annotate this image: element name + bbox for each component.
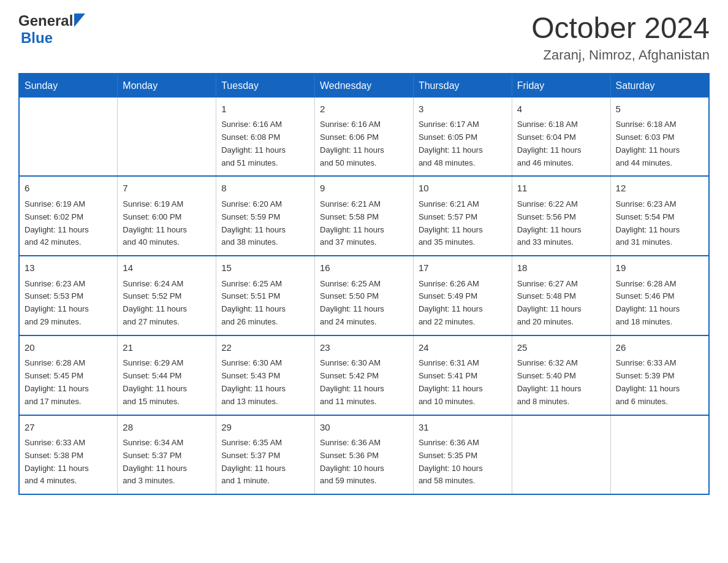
day-number: 24 [419, 341, 507, 355]
calendar-cell [19, 98, 118, 177]
calendar-cell [118, 98, 216, 177]
day-number: 19 [616, 261, 703, 275]
day-info: Sunrise: 6:25 AM Sunset: 5:50 PM Dayligh… [320, 278, 408, 329]
logo-general-text: General [18, 12, 73, 29]
day-number: 6 [25, 182, 112, 196]
calendar-cell: 14Sunrise: 6:24 AM Sunset: 5:52 PM Dayli… [118, 256, 216, 335]
day-number: 21 [123, 341, 211, 355]
day-info: Sunrise: 6:32 AM Sunset: 5:40 PM Dayligh… [517, 357, 605, 408]
calendar-cell: 13Sunrise: 6:23 AM Sunset: 5:53 PM Dayli… [19, 256, 118, 335]
calendar-cell: 24Sunrise: 6:31 AM Sunset: 5:41 PM Dayli… [413, 335, 512, 415]
svg-marker-0 [74, 13, 85, 27]
calendar-week-row: 20Sunrise: 6:28 AM Sunset: 5:45 PM Dayli… [19, 335, 709, 415]
day-number: 22 [221, 341, 309, 355]
calendar-cell: 6Sunrise: 6:19 AM Sunset: 6:02 PM Daylig… [19, 176, 118, 256]
day-number: 27 [25, 421, 112, 435]
day-info: Sunrise: 6:18 AM Sunset: 6:04 PM Dayligh… [517, 118, 605, 169]
calendar-cell: 5Sunrise: 6:18 AM Sunset: 6:03 PM Daylig… [610, 98, 709, 177]
calendar-cell: 8Sunrise: 6:20 AM Sunset: 5:59 PM Daylig… [216, 176, 315, 256]
calendar-cell: 25Sunrise: 6:32 AM Sunset: 5:40 PM Dayli… [512, 335, 610, 415]
day-number: 18 [517, 261, 605, 275]
calendar-cell: 22Sunrise: 6:30 AM Sunset: 5:43 PM Dayli… [216, 335, 315, 415]
day-number: 30 [320, 421, 408, 435]
day-info: Sunrise: 6:21 AM Sunset: 5:58 PM Dayligh… [320, 198, 408, 249]
calendar-cell: 17Sunrise: 6:26 AM Sunset: 5:49 PM Dayli… [413, 256, 512, 335]
day-info: Sunrise: 6:30 AM Sunset: 5:42 PM Dayligh… [320, 357, 408, 408]
calendar-cell: 23Sunrise: 6:30 AM Sunset: 5:42 PM Dayli… [315, 335, 414, 415]
calendar-cell: 12Sunrise: 6:23 AM Sunset: 5:54 PM Dayli… [610, 176, 709, 256]
day-info: Sunrise: 6:19 AM Sunset: 6:00 PM Dayligh… [123, 198, 211, 249]
day-info: Sunrise: 6:23 AM Sunset: 5:54 PM Dayligh… [616, 198, 703, 249]
day-number: 16 [320, 261, 408, 275]
day-number: 25 [517, 341, 605, 355]
day-number: 9 [320, 182, 408, 196]
day-info: Sunrise: 6:31 AM Sunset: 5:41 PM Dayligh… [419, 357, 507, 408]
day-number: 13 [25, 261, 112, 275]
weekday-header-monday: Monday [118, 74, 216, 98]
weekday-header-thursday: Thursday [413, 74, 512, 98]
calendar-cell: 29Sunrise: 6:35 AM Sunset: 5:37 PM Dayli… [216, 415, 315, 495]
day-info: Sunrise: 6:21 AM Sunset: 5:57 PM Dayligh… [419, 198, 507, 249]
month-title: October 2024 [531, 12, 710, 45]
day-number: 11 [517, 182, 605, 196]
day-info: Sunrise: 6:28 AM Sunset: 5:45 PM Dayligh… [25, 357, 112, 408]
calendar-cell: 2Sunrise: 6:16 AM Sunset: 6:06 PM Daylig… [315, 98, 414, 177]
calendar-cell: 31Sunrise: 6:36 AM Sunset: 5:35 PM Dayli… [413, 415, 512, 495]
calendar-cell: 3Sunrise: 6:17 AM Sunset: 6:05 PM Daylig… [413, 98, 512, 177]
day-number: 28 [123, 421, 211, 435]
day-number: 1 [221, 102, 309, 117]
day-number: 20 [25, 341, 112, 355]
day-number: 31 [419, 421, 507, 435]
day-info: Sunrise: 6:22 AM Sunset: 5:56 PM Dayligh… [517, 198, 605, 249]
weekday-header-wednesday: Wednesday [315, 74, 414, 98]
calendar-cell: 16Sunrise: 6:25 AM Sunset: 5:50 PM Dayli… [315, 256, 414, 335]
day-number: 5 [616, 102, 703, 117]
day-number: 17 [419, 261, 507, 275]
day-info: Sunrise: 6:23 AM Sunset: 5:53 PM Dayligh… [25, 278, 112, 329]
day-number: 4 [517, 102, 605, 117]
day-number: 14 [123, 261, 211, 275]
day-info: Sunrise: 6:28 AM Sunset: 5:46 PM Dayligh… [616, 278, 703, 329]
calendar-cell: 18Sunrise: 6:27 AM Sunset: 5:48 PM Dayli… [512, 256, 610, 335]
calendar-cell: 20Sunrise: 6:28 AM Sunset: 5:45 PM Dayli… [19, 335, 118, 415]
day-info: Sunrise: 6:36 AM Sunset: 5:36 PM Dayligh… [320, 437, 408, 488]
weekday-header-tuesday: Tuesday [216, 74, 315, 98]
day-info: Sunrise: 6:35 AM Sunset: 5:37 PM Dayligh… [221, 437, 309, 488]
day-number: 2 [320, 102, 408, 117]
day-number: 15 [221, 261, 309, 275]
calendar-cell: 10Sunrise: 6:21 AM Sunset: 5:57 PM Dayli… [413, 176, 512, 256]
calendar-week-row: 6Sunrise: 6:19 AM Sunset: 6:02 PM Daylig… [19, 176, 709, 256]
location-text: Zaranj, Nimroz, Afghanistan [531, 47, 710, 63]
day-info: Sunrise: 6:33 AM Sunset: 5:39 PM Dayligh… [616, 357, 703, 408]
calendar-cell [610, 415, 709, 495]
calendar-cell: 19Sunrise: 6:28 AM Sunset: 5:46 PM Dayli… [610, 256, 709, 335]
weekday-header-sunday: Sunday [19, 74, 118, 98]
weekday-header-friday: Friday [512, 74, 610, 98]
calendar-week-row: 1Sunrise: 6:16 AM Sunset: 6:08 PM Daylig… [19, 98, 709, 177]
weekday-header-row: SundayMondayTuesdayWednesdayThursdayFrid… [19, 74, 709, 98]
calendar-cell: 1Sunrise: 6:16 AM Sunset: 6:08 PM Daylig… [216, 98, 315, 177]
day-info: Sunrise: 6:26 AM Sunset: 5:49 PM Dayligh… [419, 278, 507, 329]
calendar-cell: 7Sunrise: 6:19 AM Sunset: 6:00 PM Daylig… [118, 176, 216, 256]
day-number: 29 [221, 421, 309, 435]
day-info: Sunrise: 6:36 AM Sunset: 5:35 PM Dayligh… [419, 437, 507, 488]
day-info: Sunrise: 6:34 AM Sunset: 5:37 PM Dayligh… [123, 437, 211, 488]
day-info: Sunrise: 6:17 AM Sunset: 6:05 PM Dayligh… [419, 118, 507, 169]
calendar-cell: 11Sunrise: 6:22 AM Sunset: 5:56 PM Dayli… [512, 176, 610, 256]
page-header: General Blue October 2024 Zaranj, Nimroz… [18, 12, 710, 63]
weekday-header-saturday: Saturday [610, 74, 709, 98]
logo: General Blue [18, 12, 85, 47]
day-info: Sunrise: 6:29 AM Sunset: 5:44 PM Dayligh… [123, 357, 211, 408]
day-number: 26 [616, 341, 703, 355]
calendar-week-row: 13Sunrise: 6:23 AM Sunset: 5:53 PM Dayli… [19, 256, 709, 335]
calendar-cell: 4Sunrise: 6:18 AM Sunset: 6:04 PM Daylig… [512, 98, 610, 177]
calendar-cell: 26Sunrise: 6:33 AM Sunset: 5:39 PM Dayli… [610, 335, 709, 415]
day-info: Sunrise: 6:19 AM Sunset: 6:02 PM Dayligh… [25, 198, 112, 249]
day-info: Sunrise: 6:25 AM Sunset: 5:51 PM Dayligh… [221, 278, 309, 329]
calendar-cell: 21Sunrise: 6:29 AM Sunset: 5:44 PM Dayli… [118, 335, 216, 415]
day-info: Sunrise: 6:30 AM Sunset: 5:43 PM Dayligh… [221, 357, 309, 408]
calendar-cell: 27Sunrise: 6:33 AM Sunset: 5:38 PM Dayli… [19, 415, 118, 495]
logo-triangle-icon [74, 13, 85, 27]
calendar-cell: 28Sunrise: 6:34 AM Sunset: 5:37 PM Dayli… [118, 415, 216, 495]
day-number: 12 [616, 182, 703, 196]
